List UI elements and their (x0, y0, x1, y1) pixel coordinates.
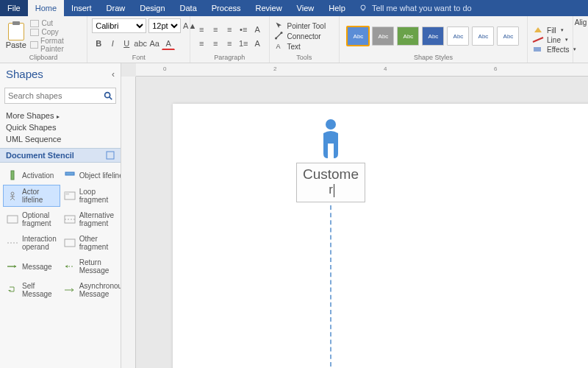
effects-button[interactable]: Effects▾ (532, 46, 576, 54)
group-label-paragraph: Paragraph (195, 54, 264, 63)
bold-button[interactable]: B (92, 37, 105, 50)
paste-icon (8, 23, 24, 40)
group-label-font: Font (92, 54, 185, 63)
collapse-panel-button[interactable]: ‹ (112, 69, 115, 79)
paste-button[interactable]: Paste (4, 23, 27, 49)
workspace: Shapes ‹ More Shapes ▸ Quick Shapes UML … (0, 63, 588, 368)
align-middle-button[interactable]: ≡ (209, 37, 222, 50)
text-tool-button[interactable]: A Text (274, 42, 326, 51)
tab-view[interactable]: View (290, 0, 322, 16)
ruler-vertical (121, 77, 136, 368)
align-left-button[interactable]: ≡ (195, 23, 208, 36)
style-swatch-3[interactable]: Abc (422, 26, 444, 46)
text-icon: A (274, 42, 284, 51)
style-swatch-4[interactable]: Abc (447, 26, 469, 46)
lifeline-dashed[interactable] (330, 205, 331, 368)
group-label-tools: Tools (274, 54, 334, 63)
cut-icon (30, 20, 39, 27)
shape-item-optional-fragment[interactable]: Optional fragment (3, 208, 60, 230)
drawing-page[interactable]: Custome r (173, 104, 588, 368)
line-icon (532, 36, 544, 43)
numbering-button[interactable]: 1≡ (237, 37, 250, 50)
outdent-button[interactable]: A (251, 37, 264, 50)
style-swatch-2[interactable]: Abc (397, 26, 419, 46)
align-right-button[interactable]: ≡ (223, 23, 236, 36)
shape-item-asynchronous-message[interactable]: Asynchronous Message (60, 279, 121, 301)
stencil-menu-icon[interactable] (106, 151, 115, 160)
strike-button[interactable]: abc (134, 37, 147, 50)
style-swatch-6[interactable]: Abc (497, 26, 519, 46)
shape-thumb-icon (7, 214, 18, 224)
shape-item-self-message[interactable]: Self Message (3, 279, 60, 301)
copy-button[interactable]: Copy (30, 28, 82, 36)
style-swatch-5[interactable]: Abc (472, 26, 494, 46)
font-color-button[interactable]: A (162, 37, 175, 50)
actor-shape[interactable] (316, 118, 345, 160)
shape-thumb-icon (7, 170, 18, 180)
shape-item-alternative-fragment[interactable]: Alternative fragment (60, 208, 121, 230)
chevron-down-icon: ▾ (565, 37, 568, 43)
uml-sequence-link[interactable]: UML Sequence (6, 135, 115, 144)
underline-button[interactable]: U (120, 37, 133, 50)
shape-thumb-icon (7, 191, 18, 201)
indent-button[interactable]: A (251, 23, 264, 36)
svg-rect-18 (7, 216, 18, 223)
shape-style-gallery[interactable]: AbcAbcAbcAbcAbcAbcAbc (347, 26, 519, 46)
pointer-icon (274, 21, 284, 30)
tab-process[interactable]: Process (204, 0, 248, 16)
shape-thumb-icon (7, 261, 18, 272)
bullets-button[interactable]: •≡ (237, 23, 250, 36)
shape-item-loop-fragment[interactable]: Loop fragment (60, 185, 121, 207)
pointer-tool-button[interactable]: Pointer Tool (274, 21, 326, 30)
font-size-select[interactable]: 12pt. (148, 18, 181, 33)
style-swatch-1[interactable]: Abc (372, 26, 394, 46)
font-name-select[interactable]: Calibri (92, 18, 146, 33)
align-center-button[interactable]: ≡ (209, 23, 222, 36)
shape-item-activation[interactable]: Activation (3, 167, 60, 183)
svg-rect-9 (11, 171, 14, 180)
tab-home[interactable]: Home (28, 0, 64, 16)
tab-draw[interactable]: Draw (99, 0, 133, 16)
format-painter-button[interactable]: Format Painter (30, 37, 82, 53)
tab-help[interactable]: Help (321, 0, 353, 16)
shape-item-object-lifeline[interactable]: Object lifeline (60, 167, 121, 183)
shape-item-message[interactable]: Message (3, 255, 60, 277)
tab-design[interactable]: Design (132, 0, 172, 16)
shape-item-return-message[interactable]: Return Message (60, 255, 121, 277)
svg-line-4 (533, 38, 543, 42)
actor-label-editor[interactable]: Custome r (296, 163, 365, 202)
person-icon (318, 118, 344, 160)
lightbulb-icon (359, 4, 368, 13)
connector-tool-button[interactable]: Connector (274, 32, 326, 40)
tab-file[interactable]: File (0, 0, 28, 16)
shape-item-interaction-operand[interactable]: Interaction operand (3, 232, 60, 254)
search-shapes-input[interactable] (4, 88, 116, 104)
group-font: Calibri 12pt. A▲ B I U abc Aa A Font (87, 16, 190, 63)
align-button[interactable]: Alig (575, 18, 587, 26)
italic-button[interactable]: I (106, 37, 119, 50)
search-icon[interactable] (103, 91, 113, 101)
more-shapes-link[interactable]: More Shapes ▸ (6, 111, 115, 120)
brush-icon (30, 41, 38, 49)
shape-item-other-fragment[interactable]: Other fragment (60, 232, 121, 254)
tab-review[interactable]: Review (248, 0, 290, 16)
shape-thumb-icon (64, 261, 76, 272)
shape-item-actor-lifeline[interactable]: Actor lifeline (3, 185, 60, 207)
fill-button[interactable]: Fill▾ (532, 26, 576, 35)
cut-button[interactable]: Cut (30, 19, 82, 27)
line-button[interactable]: Line▾ (532, 36, 576, 44)
tell-me-search[interactable]: Tell me what you want to do (359, 0, 472, 16)
font-size-dropdown[interactable]: Aa (148, 37, 161, 50)
svg-rect-17 (65, 192, 69, 195)
align-bottom-button[interactable]: ≡ (223, 37, 236, 50)
svg-rect-8 (107, 152, 114, 159)
canvas[interactable]: 0 2 4 6 Custome r (121, 63, 588, 368)
shape-list: ActivationObject lifelineActor lifelineL… (0, 163, 121, 305)
paste-label: Paste (6, 40, 26, 49)
style-swatch-0[interactable]: Abc (347, 26, 369, 46)
stencil-header[interactable]: Document Stencil (0, 148, 121, 163)
align-top-button[interactable]: ≡ (195, 37, 208, 50)
tab-insert[interactable]: Insert (64, 0, 99, 16)
quick-shapes-link[interactable]: Quick Shapes (6, 123, 115, 132)
tab-data[interactable]: Data (173, 0, 204, 16)
